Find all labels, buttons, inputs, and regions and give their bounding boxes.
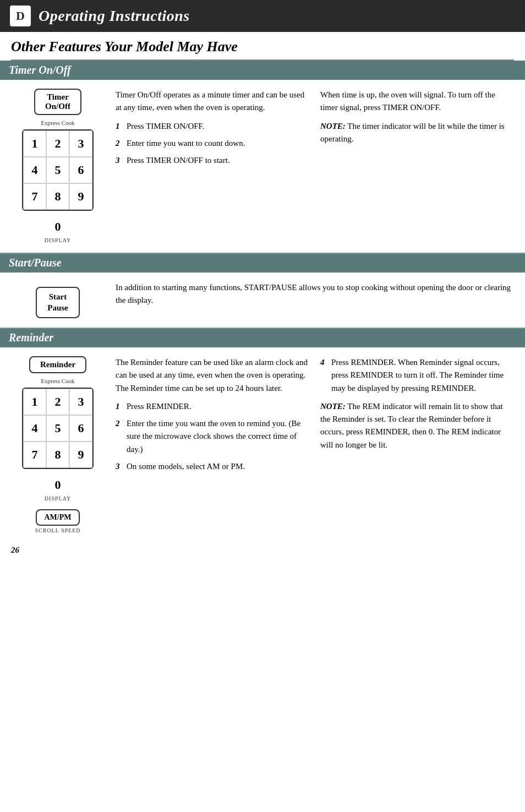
reminder-numpad-5[interactable]: 5 [46, 415, 69, 442]
reminder-step1-num: 1 [116, 400, 123, 413]
timer-step1-num: 1 [116, 120, 123, 133]
header-icon: D [10, 6, 31, 26]
numpad-0[interactable]: 0 [44, 216, 72, 237]
reminder-step-2: 2 Enter the time you want the oven to re… [116, 417, 309, 456]
timer-step3-num: 3 [116, 154, 123, 167]
numpad-2[interactable]: 2 [46, 130, 69, 157]
start-pause-section-body: Start Pause In addition to starting many… [0, 273, 525, 328]
reminder-numpad-4[interactable]: 4 [23, 415, 46, 442]
page-subtitle: Other Features Your Model May Have [0, 32, 525, 59]
numpad-7[interactable]: 7 [23, 183, 46, 210]
reminder-keypad-area: Reminder Express Cook 1 2 3 4 5 6 7 8 9 … [11, 356, 105, 533]
start-pause-desc-text: In addition to starting many functions, … [116, 281, 514, 307]
reminder-zero-row: 0 Display [44, 475, 72, 502]
reminder-display-label: Display [45, 495, 71, 502]
reminder-numpad-3[interactable]: 3 [69, 389, 92, 415]
timer-heading: Timer On/Off [9, 64, 71, 77]
reminder-step1-text: Press REMINDER. [127, 400, 192, 413]
numpad-1[interactable]: 1 [23, 130, 46, 157]
reminder-step3-num: 3 [116, 460, 123, 473]
timer-keypad-area: TimerOn/Off Express Cook 1 2 3 4 5 6 7 8… [11, 89, 105, 243]
timer-text-col2: When time is up, the oven will signal. T… [320, 89, 514, 243]
timer-step-3: 3 Press TIMER ON/OFF to start. [116, 154, 309, 167]
reminder-text-col2: 4 Press REMINDER. When Reminder signal o… [320, 356, 514, 533]
reminder-step-1: 1 Press REMINDER. [116, 400, 309, 413]
timer-note-text: The timer indicator will be lit while th… [320, 122, 505, 143]
reminder-numpad-7[interactable]: 7 [23, 442, 46, 468]
reminder-express-cook-label: Express Cook [41, 378, 74, 384]
reminder-note-bold: NOTE: [320, 402, 346, 411]
scroll-speed-label: Scroll Speed [35, 527, 80, 533]
timer-intro: Timer On/Off operates as a minute timer … [116, 89, 309, 115]
reminder-numpad-9[interactable]: 9 [69, 442, 92, 468]
timer-note: NOTE: The timer indicator will be lit wh… [320, 120, 514, 146]
reminder-numpad-2[interactable]: 2 [46, 389, 69, 415]
start-pause-button[interactable]: Start Pause [36, 287, 80, 318]
reminder-step-4: 4 Press REMINDER. When Reminder signal o… [320, 356, 514, 395]
reminder-numpad-0[interactable]: 0 [44, 475, 72, 495]
reminder-note: NOTE: The REM indicator will remain lit … [320, 400, 514, 451]
timer-step2-text: Enter time you want to count down. [127, 137, 245, 150]
numpad-9[interactable]: 9 [69, 183, 92, 210]
numpad-3[interactable]: 3 [69, 130, 92, 157]
reminder-step4-num: 4 [320, 356, 328, 395]
timer-step3-text: Press TIMER ON/OFF to start. [127, 154, 230, 167]
numpad-4[interactable]: 4 [23, 157, 46, 183]
timer-section-header: Timer On/Off [0, 61, 525, 80]
reminder-numpad-1[interactable]: 1 [23, 389, 46, 415]
reminder-step2-text: Enter the time you want the oven to remi… [127, 417, 309, 456]
timer-step-2: 2 Enter time you want to count down. [116, 137, 309, 150]
numpad-6[interactable]: 6 [69, 157, 92, 183]
ampm-button[interactable]: AM/PM [36, 509, 80, 526]
start-pause-section-header: Start/Pause [0, 253, 525, 273]
timer-step2-num: 2 [116, 137, 123, 150]
reminder-section-body: Reminder Express Cook 1 2 3 4 5 6 7 8 9 … [0, 347, 525, 542]
timer-display-label: Display [45, 237, 71, 243]
timer-numpad: 1 2 3 4 5 6 7 8 9 [22, 129, 94, 211]
timer-section-body: TimerOn/Off Express Cook 1 2 3 4 5 6 7 8… [0, 80, 525, 253]
reminder-button[interactable]: Reminder [29, 356, 86, 373]
timer-text-col1: Timer On/Off operates as a minute timer … [116, 89, 309, 243]
reminder-step4-text: Press REMINDER. When Reminder signal occ… [331, 356, 514, 395]
reminder-numpad: 1 2 3 4 5 6 7 8 9 [22, 388, 94, 469]
header-title: Operating Instructions [39, 7, 190, 25]
reminder-step-3: 3 On some models, select AM or PM. [116, 460, 309, 473]
reminder-note-text: The REM indicator will remain lit to sho… [320, 402, 503, 449]
reminder-text-col1: The Reminder feature can be used like an… [116, 356, 309, 533]
timer-onoff-button[interactable]: TimerOn/Off [34, 89, 81, 115]
reminder-section-header: Reminder [0, 328, 525, 347]
timer-step-1: 1 Press TIMER ON/OFF. [116, 120, 309, 133]
ampm-area: AM/PM Scroll Speed [35, 509, 80, 533]
timer-step1-text: Press TIMER ON/OFF. [127, 120, 204, 133]
reminder-heading: Reminder [9, 331, 53, 344]
reminder-numpad-6[interactable]: 6 [69, 415, 92, 442]
timer-col2-para1: When time is up, the oven will signal. T… [320, 89, 514, 115]
start-pause-description: In addition to starting many functions, … [116, 281, 514, 318]
timer-note-bold: NOTE: [320, 122, 346, 130]
reminder-intro: The Reminder feature can be used like an… [116, 356, 309, 395]
reminder-numpad-8[interactable]: 8 [46, 442, 69, 468]
numpad-5[interactable]: 5 [46, 157, 69, 183]
reminder-step2-num: 2 [116, 417, 123, 456]
header-bar: D Operating Instructions [0, 0, 525, 32]
timer-express-cook-label: Express Cook [41, 119, 74, 126]
numpad-8[interactable]: 8 [46, 183, 69, 210]
start-pause-heading: Start/Pause [9, 257, 62, 269]
reminder-step3-text: On some models, select AM or PM. [127, 460, 245, 473]
start-pause-keypad-area: Start Pause [11, 281, 105, 318]
page-number: 26 [0, 542, 525, 558]
timer-zero-row: 0 Display [44, 216, 72, 243]
